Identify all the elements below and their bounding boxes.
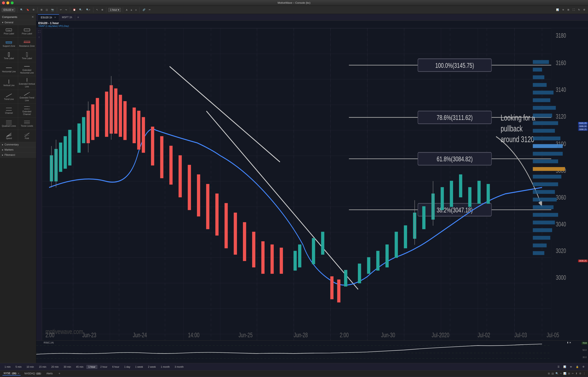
toolbar-refresh[interactable]: ↻ — [577, 8, 581, 12]
watchlist-add-tab[interactable]: + — [57, 372, 62, 375]
watchlist-tab-nyse[interactable]: NYSE (34) ✕ — [2, 371, 21, 376]
time-btn-15min[interactable]: 15 min — [37, 365, 48, 369]
toolbar-config[interactable]: ⚙ — [582, 8, 586, 12]
tab-esu20[interactable]: ESU20 1h ✕ — [38, 14, 59, 20]
sidebar-item-trend-line[interactable]: Trend Line — [0, 90, 18, 104]
rsi-value-30: 30.0 — [582, 356, 588, 359]
toolbar-chart-type[interactable]: 📊 — [555, 8, 560, 12]
sidebar-section-fibonacci[interactable]: ▸ Fibonacci — [0, 153, 36, 158]
time-btn-45min[interactable]: 45 min — [74, 365, 85, 369]
sidebar-item-price-label-1[interactable]: Price Price Label — [0, 25, 18, 37]
time-btn-3month[interactable]: 3 month — [173, 365, 186, 369]
watchlist-tab-nasdaq[interactable]: NASDAQ (18) — [23, 372, 42, 375]
tab-close-icon[interactable]: ✕ — [54, 16, 56, 19]
toolbar-settings[interactable]: ⚙ — [32, 8, 36, 12]
sidebar-item-channel[interactable]: Channel — [0, 104, 18, 118]
wl-more-icon[interactable]: ⋮ — [583, 372, 586, 375]
close-button[interactable] — [2, 1, 5, 4]
time-btn-20min[interactable]: 20 min — [49, 365, 61, 369]
wl-download-icon[interactable]: ⬇ — [576, 372, 577, 375]
time-btn-1week[interactable]: 1 week — [133, 365, 145, 369]
wl-filter-icon[interactable]: ⊞ — [568, 372, 570, 375]
sidebar-item-support-zone[interactable]: Support Zone — [0, 37, 18, 50]
sidebar-item-ext-channel[interactable]: Extended Channel — [18, 104, 36, 118]
time-btn-2hour[interactable]: 2 hour — [98, 365, 109, 369]
time-nav-actions: ☰ 📊 👁 🔒 ⚙ — [556, 365, 586, 368]
time-nav-settings[interactable]: ⚙ — [581, 365, 586, 368]
toolbar-cursor[interactable]: ↖ — [95, 8, 99, 12]
time-btn-5min[interactable]: 5 min — [13, 365, 24, 369]
main-chart-container[interactable]: ⛶ ↕ — [36, 28, 588, 340]
toolbar-undo[interactable]: ↩ — [59, 8, 63, 12]
sidebar-item-ext-trend-line[interactable]: Extended Trend Line — [18, 90, 36, 104]
toolbar-compare[interactable]: ⊞ — [566, 8, 570, 12]
toolbar-search[interactable]: 🔍 — [19, 8, 24, 12]
wl-table-icon[interactable]: ▤ — [552, 372, 554, 375]
time-nav-chart[interactable]: 📊 — [562, 365, 567, 368]
sidebar-section-general[interactable]: ▾ General — [0, 20, 36, 25]
toolbar-text-a-small[interactable]: a — [130, 8, 133, 12]
toolbar-link[interactable]: 🔗 — [141, 8, 146, 12]
sidebar-item-speed[interactable]: Speed — [0, 130, 18, 142]
wl-settings-icon[interactable]: ⚙ — [579, 372, 581, 375]
tab-add-button[interactable]: + — [75, 15, 81, 19]
time-btn-1hour[interactable]: 1 hour — [86, 365, 97, 369]
time-btn-2week[interactable]: 2 week — [146, 365, 158, 369]
toolbar-fullscreen[interactable]: ⛶ — [572, 8, 576, 12]
toolbar-redo[interactable]: ↪ — [64, 8, 68, 12]
sidebar-item-quadrant-lines[interactable]: Quadrant Lines — [0, 118, 18, 130]
toolbar-camera[interactable]: 📷 — [50, 8, 55, 12]
symbol-dropdown[interactable]: ESU20 ▾ — [2, 8, 15, 12]
svg-text:61.8%(3084.82): 61.8%(3084.82) — [437, 155, 473, 163]
sidebar-item-time-label-2[interactable]: Time Label — [18, 50, 36, 62]
wl-chart-icon[interactable]: 📊 — [563, 372, 566, 375]
toolbar-zoom-in[interactable]: 🔍+ — [85, 8, 91, 12]
sidebar-section-markers[interactable]: ▸ Markers — [0, 147, 36, 153]
time-btn-1min[interactable]: 1 min — [2, 365, 12, 369]
sidebar-item-resistance-zone[interactable]: Resistance Zone — [18, 37, 36, 50]
time-nav-list[interactable]: ☰ — [556, 365, 561, 368]
tab-msft[interactable]: MSFT 1h — [59, 14, 75, 20]
sidebar-item-horizontal-line[interactable]: Horizontal Line — [0, 62, 18, 76]
wl-grid-icon[interactable]: ⊞ — [548, 372, 550, 375]
time-btn-1month[interactable]: 1 month — [159, 365, 172, 369]
sidebar-item-ext-horizontal-line[interactable]: Extended Horizontal Line — [18, 62, 36, 76]
separator — [106, 7, 106, 12]
timeframe-dropdown[interactable]: 1 hour ▾ — [108, 8, 121, 12]
sidebar-close-button[interactable]: ✕ — [32, 15, 34, 19]
vt-fullscreen[interactable]: ⛶ — [37, 29, 41, 34]
toolbar-zoom-out[interactable]: 🔍- — [78, 8, 84, 12]
toolbar-clock[interactable]: ⏰ — [72, 8, 77, 12]
vt-expand[interactable]: ↕ — [37, 35, 41, 39]
toolbar-grid[interactable]: ⊞ — [40, 8, 44, 12]
toolbar-bookmark[interactable]: 🔖 — [25, 8, 30, 12]
minimize-button[interactable] — [6, 1, 9, 4]
sidebar-item-vertical-line[interactable]: Vertical Line — [0, 76, 18, 90]
wl-add-icon[interactable]: + — [560, 372, 562, 375]
sidebar-item-price-label-2[interactable]: Price Label — [18, 25, 36, 37]
sidebar-item-time-label-1[interactable]: Time Label — [0, 50, 18, 62]
time-btn-10min[interactable]: 10 min — [24, 365, 36, 369]
rsi-expand[interactable]: ⬆ ✕ — [567, 341, 571, 344]
sidebar-item-fork[interactable]: Fork — [18, 130, 36, 142]
wl-edit-icon[interactable]: ✏ — [572, 372, 574, 375]
time-btn-30min[interactable]: 30 min — [62, 365, 73, 369]
maximize-button[interactable] — [11, 1, 14, 4]
time-label-icon-2 — [24, 52, 30, 57]
sidebar-section-commentary[interactable]: ▸ Commentary — [0, 142, 36, 147]
time-nav-eye[interactable]: 👁 — [569, 365, 573, 368]
wl-search-icon[interactable]: 🔍 — [555, 372, 559, 375]
sidebar-item-tirone-levels[interactable]: Tirone Levels — [18, 118, 36, 130]
toolbar-draw[interactable]: ✏ — [148, 8, 152, 12]
toolbar-crosshair[interactable]: ⊕ — [100, 8, 104, 12]
time-btn-1day[interactable]: 1 day — [122, 365, 132, 369]
time-nav-lock[interactable]: 🔒 — [575, 365, 580, 368]
toolbar-indicators[interactable]: ≋ — [561, 8, 565, 12]
tab-close-icon[interactable]: ✕ — [18, 372, 19, 375]
toolbar-align[interactable]: ≡ — [134, 8, 138, 12]
toolbar-text-a-large[interactable]: A — [125, 8, 128, 12]
sidebar-item-ext-vertical-line[interactable]: Extended Vertical Line — [18, 76, 36, 90]
watchlist-tab-alerts[interactable]: Alerts — [45, 372, 54, 375]
time-btn-6hour[interactable]: 6 hour — [110, 365, 121, 369]
toolbar-layout[interactable]: ◫ — [45, 8, 49, 12]
